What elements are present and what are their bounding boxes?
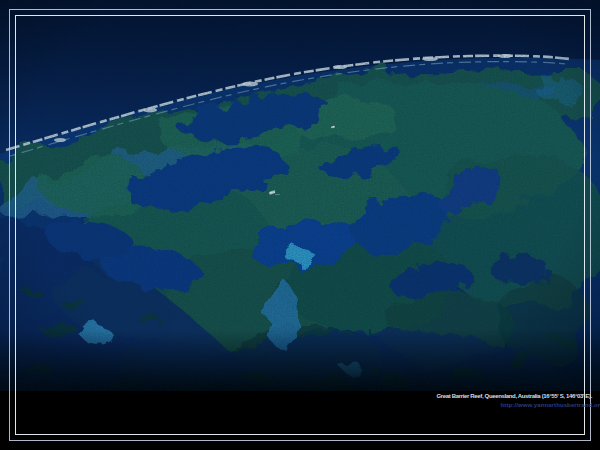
wallpaper: Great Barrier Reef, Queensland, Australi…	[0, 0, 600, 450]
photo-credit-url: http://www.yannarthusbertrand.org	[501, 402, 600, 408]
caption-bar: Great Barrier Reef, Queensland, Australi…	[0, 391, 600, 450]
reef-photo	[0, 0, 600, 450]
photo-caption: Great Barrier Reef, Queensland, Australi…	[437, 393, 592, 399]
film-grain	[0, 0, 600, 392]
